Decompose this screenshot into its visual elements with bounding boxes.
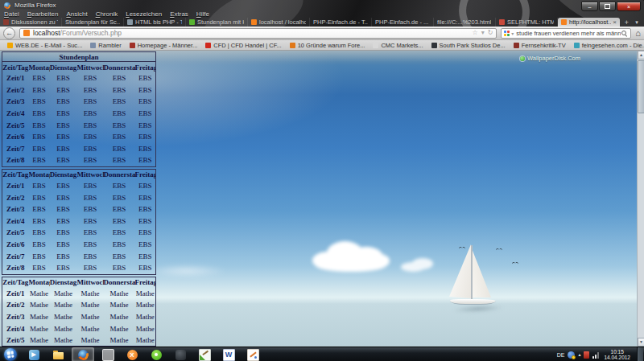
taskbar-html-editor-icon[interactable]: [194, 348, 215, 361]
list-all-tabs-button[interactable]: ▾: [632, 18, 642, 27]
cell: EBS: [104, 96, 135, 108]
tab-stundenplan-für-sc[interactable]: Stundenplan für Sc...: [62, 18, 124, 27]
cell: Mathe: [104, 334, 135, 347]
tab-localhost-localhos[interactable]: localhost / localhos...: [248, 18, 310, 27]
taskbar-firefox-icon[interactable]: [72, 347, 94, 361]
cell: EBS: [50, 239, 77, 251]
scroll-up-icon[interactable]: ▲: [638, 51, 644, 59]
tab-selfhtml-html[interactable]: SELFHTML: HTML/...: [496, 18, 558, 27]
cell: EBS: [77, 250, 104, 262]
taskbar-icq-icon[interactable]: [146, 348, 167, 361]
taskbar-xampp-icon[interactable]: X: [122, 348, 142, 361]
scrollbar-thumb[interactable]: [638, 60, 644, 113]
column-header: Donnerstag: [104, 62, 135, 73]
bookmark-cfd-cfd-handel-cf[interactable]: CFD | CFD Handel | CF...: [201, 42, 285, 49]
column-header: Montag: [29, 169, 50, 180]
cell: EBS: [29, 96, 50, 108]
taskbar-word-icon[interactable]: W: [218, 348, 239, 361]
cell: EBS: [135, 119, 156, 131]
tab-php-einfach-de[interactable]: PHP-Einfach.de - ...: [372, 18, 434, 27]
menu-extras[interactable]: Extras: [170, 10, 188, 18]
cell: EBS: [29, 262, 50, 274]
cell: Mathe: [77, 288, 104, 300]
clock-time: 10:15: [604, 349, 630, 355]
tab-label: Stundenplan mit H...: [197, 18, 244, 26]
column-header: Donnerstag: [104, 169, 135, 180]
security-tray-icon[interactable]: [584, 351, 589, 359]
row-label: Zeit/6: [2, 131, 29, 143]
timetable-1: StundenplanZeit/TagMontagDienstagMittwoc…: [2, 51, 156, 167]
taskbar-windows-explorer-icon[interactable]: [47, 348, 68, 361]
hidden-icons-icon[interactable]: ▴: [578, 352, 580, 357]
menu-ansicht[interactable]: Ansicht: [66, 10, 87, 18]
taskbar-windows-media-player-icon[interactable]: ▶: [23, 348, 44, 361]
network-icon[interactable]: [592, 351, 599, 359]
cell: EBS: [50, 250, 77, 262]
browser-top-chrome: Mozilla Firefox – × DateiBearbeitenAnsic…: [0, 0, 644, 27]
menu-datei[interactable]: Datei: [4, 10, 19, 18]
menu-chronik[interactable]: Chronik: [96, 10, 118, 18]
bookmark-feingesehen-com-die[interactable]: feingesehen.com - Die...: [570, 42, 644, 49]
table-caption-row: Stundenplan: [2, 52, 156, 62]
bookmark-web-de-e-mail-suc[interactable]: WEB.DE - E-Mail - Suc...: [3, 42, 86, 49]
watermark-icon: [520, 56, 525, 61]
cell: EBS: [29, 131, 50, 143]
bookmark-homepage-männer[interactable]: Homepage - Männer...: [126, 42, 202, 49]
taskbar-clock[interactable]: 10:15 14.04.2012: [602, 349, 632, 361]
tab-label: file:///C:...%203.html: [437, 18, 491, 26]
page-scrollbar[interactable]: ▲ ▼: [637, 51, 644, 347]
show-desktop-button[interactable]: [637, 347, 643, 361]
tab-http-localhost-php[interactable]: http://localhost...php×: [558, 18, 620, 27]
window-title: Mozilla Firefox: [14, 2, 56, 9]
cell: EBS: [50, 96, 77, 108]
bookmark-cmc-markets[interactable]: CMC Markets...: [369, 42, 427, 49]
cell: EBS: [77, 227, 104, 239]
search-icon[interactable]: [621, 30, 628, 37]
search-query: studie frauen verdienen mehr als männer: [516, 30, 621, 37]
taskbar-pale-app-icon[interactable]: [97, 348, 118, 361]
cell: EBS: [104, 203, 135, 215]
scroll-down-icon[interactable]: ▼: [638, 338, 644, 347]
page-content: WallpaperDisk.Com StundenplanZeit/TagMon…: [0, 51, 644, 347]
tab-html-bis-php-ta[interactable]: HTML bis PHP - Ta...: [124, 18, 186, 27]
language-indicator[interactable]: DE: [557, 352, 565, 358]
new-tab-button[interactable]: +: [621, 18, 632, 27]
cloud: [401, 258, 436, 273]
column-header: Dienstag: [50, 62, 77, 73]
bookmark-rambler[interactable]: Rambler: [86, 42, 125, 49]
tab-close-icon[interactable]: ×: [611, 19, 617, 26]
bookmark-star-icon[interactable]: ☆: [472, 30, 477, 36]
search-engine-dropdown-icon[interactable]: ▾: [511, 31, 514, 36]
cell: EBS: [135, 203, 156, 215]
google-search-engine-icon[interactable]: [504, 31, 510, 36]
bookmark-fernsehkritik-tv[interactable]: Fernsehkritik-TV: [510, 42, 570, 49]
tab-file-c-203-html[interactable]: file:///C:...%203.html: [434, 18, 496, 27]
dark-app-icon: [175, 350, 186, 360]
menu-hilfe[interactable]: Hilfe: [196, 10, 209, 18]
table-row: Zeit/7EBSEBSEBSEBSEBS: [2, 250, 156, 262]
bookmark-south-park-studios-de[interactable]: South Park Studios De...: [427, 42, 510, 49]
menu-bearbeiten[interactable]: Bearbeiten: [27, 10, 59, 18]
menu-lesezeichen[interactable]: Lesezeichen: [126, 10, 162, 18]
cell: EBS: [104, 250, 135, 262]
reload-icon[interactable]: ↻: [488, 30, 493, 36]
url-bar[interactable]: localhost /Forum/Versuch.php ☆ ▾ ↻: [19, 28, 497, 39]
bookmark-10-gründe-warum-fore[interactable]: 10 Gründe warum Fore...: [286, 42, 369, 49]
bookmark-favicon-icon: [205, 43, 211, 48]
taskbar-graphics-app-icon[interactable]: [242, 348, 263, 361]
tab-php-einfach-de-t[interactable]: PHP-Einfach.de - T...: [310, 18, 372, 27]
tab-diskussionen-zu-to[interactable]: Diskussionen zu To...: [0, 18, 62, 27]
back-button[interactable]: ←: [3, 27, 15, 39]
java-update-icon[interactable]: [568, 351, 575, 359]
taskbar-dark-app-icon[interactable]: [170, 348, 191, 361]
search-input[interactable]: ▾ studie frauen verdienen mehr als männe…: [501, 28, 631, 39]
cell: EBS: [135, 250, 156, 262]
cell: Mathe: [135, 299, 156, 311]
tab-label: Diskussionen zu To...: [11, 18, 58, 26]
home-button[interactable]: ⌂: [635, 29, 641, 38]
table-row: Zeit/2MatheMatheMatheMatheMathe: [2, 299, 156, 311]
tab-stundenplan-mit-h[interactable]: Stundenplan mit H...: [186, 18, 248, 27]
url-dropdown-icon[interactable]: ▾: [481, 30, 485, 36]
start-button[interactable]: [4, 348, 17, 361]
xampp-icon: X: [127, 350, 138, 360]
